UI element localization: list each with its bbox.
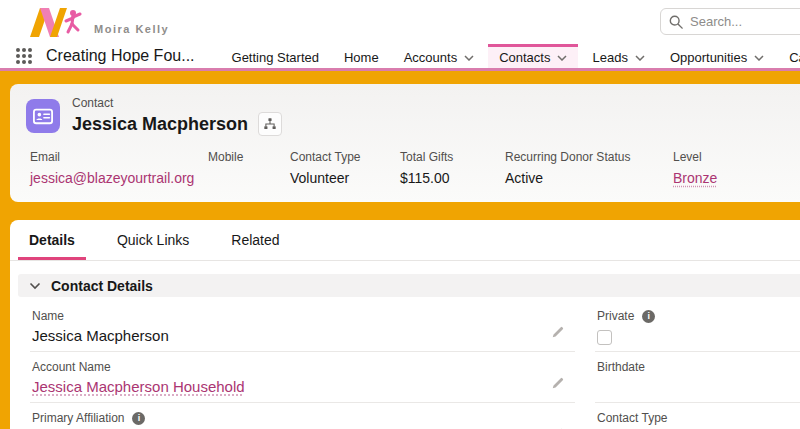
- private-info-icon[interactable]: [642, 310, 655, 323]
- record-detail-card: Details Quick Links Related Contact Deta…: [10, 220, 800, 429]
- private-checkbox[interactable]: [597, 330, 612, 345]
- hierarchy-icon: [263, 117, 277, 131]
- nav-tab-contacts[interactable]: Contacts: [488, 44, 578, 68]
- highlight-mobile: Mobile: [208, 150, 290, 186]
- section-title: Contact Details: [51, 278, 153, 294]
- nav-tab-opportunities[interactable]: Opportunities: [659, 44, 775, 68]
- search-icon: [669, 15, 683, 29]
- tab-details[interactable]: Details: [18, 220, 86, 260]
- global-header: Moira Kelly: [0, 0, 800, 44]
- chevron-down-icon[interactable]: [557, 55, 567, 61]
- search-input[interactable]: [690, 14, 800, 29]
- record-titles: Contact Jessica Macpherson: [72, 96, 282, 136]
- highlight-level: Level Bronze: [673, 150, 793, 186]
- highlight-email: Email jessica@blazeyourtrail.org: [30, 150, 208, 186]
- email-link[interactable]: jessica@blazeyourtrail.org: [30, 170, 194, 186]
- chevron-down-icon[interactable]: [635, 55, 645, 61]
- app-name[interactable]: Creating Hope Fou...: [46, 47, 195, 65]
- field-account-name: Account Name Jessica Macpherson Househol…: [30, 352, 575, 403]
- chevron-down-icon[interactable]: [754, 55, 764, 61]
- record-tabstrip: Details Quick Links Related: [10, 220, 800, 261]
- edit-account-name-icon[interactable]: [551, 376, 565, 394]
- view-hierarchy-button[interactable]: [258, 112, 282, 136]
- page-canvas: Contact Jessica Macpherson: [0, 71, 800, 429]
- highlight-contact-type: Contact Type Volunteer: [290, 150, 400, 186]
- salesforce-window: Moira Kelly Creating Hope Fou... Getting…: [0, 0, 800, 429]
- contact-entity-icon: [26, 99, 60, 133]
- logo-text: Moira Kelly: [94, 23, 169, 39]
- field-birthdate: Birthdate: [595, 352, 800, 403]
- detail-fields: Name Jessica Macpherson Private Account …: [30, 301, 800, 429]
- app-launcher-icon[interactable]: [16, 48, 32, 66]
- org-logo: Moira Kelly: [28, 5, 169, 39]
- field-name: Name Jessica Macpherson: [30, 301, 575, 352]
- app-navigation-bar: Creating Hope Fou... Getting Started Hom…: [0, 44, 800, 68]
- field-private: Private: [595, 301, 800, 352]
- record-name: Jessica Macpherson: [72, 114, 248, 135]
- nav-tab-leads[interactable]: Leads: [581, 44, 655, 68]
- highlight-recurring-donor-status: Recurring Donor Status Active: [505, 150, 673, 186]
- nav-tab-campaigns[interactable]: Campaigns: [778, 44, 800, 68]
- nav-tab-home[interactable]: Home: [333, 44, 390, 68]
- edit-name-icon[interactable]: [551, 325, 565, 343]
- tab-related[interactable]: Related: [220, 220, 290, 260]
- entity-label: Contact: [72, 96, 282, 110]
- level-link[interactable]: Bronze: [673, 170, 717, 186]
- record-head: Contact Jessica Macpherson: [26, 96, 800, 136]
- global-search[interactable]: [660, 8, 800, 35]
- nav-tabs: Getting Started Home Accounts Contacts L…: [221, 44, 800, 68]
- highlights-panel: Email jessica@blazeyourtrail.org Mobile …: [26, 150, 800, 186]
- section-contact-details[interactable]: Contact Details: [18, 274, 800, 297]
- nav-tab-accounts[interactable]: Accounts: [393, 44, 485, 68]
- field-contact-type: Contact Type Volunteer: [595, 403, 800, 429]
- chevron-down-icon: [29, 282, 41, 290]
- nav-tab-getting-started[interactable]: Getting Started: [221, 44, 330, 68]
- field-primary-affiliation: Primary Affiliation: [30, 403, 575, 429]
- tab-quick-links[interactable]: Quick Links: [106, 220, 200, 260]
- record-highlights-card: Contact Jessica Macpherson: [10, 84, 800, 202]
- primary-affiliation-info-icon[interactable]: [132, 412, 145, 425]
- mk-monogram-icon: [28, 5, 88, 39]
- highlight-total-gifts: Total Gifts $115.00: [400, 150, 505, 186]
- account-name-link[interactable]: Jessica Macpherson Household: [32, 378, 245, 395]
- chevron-down-icon[interactable]: [464, 55, 474, 61]
- star-person-icon: [66, 10, 80, 32]
